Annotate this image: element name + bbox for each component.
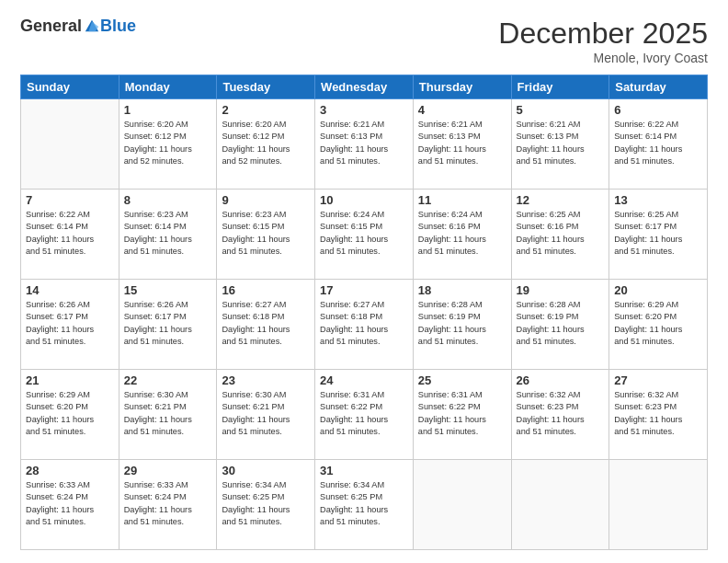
day-number: 31 xyxy=(320,464,408,477)
calendar-day-cell: 23Sunrise: 6:30 AMSunset: 6:21 PMDayligh… xyxy=(217,370,315,460)
calendar-week-row: 21Sunrise: 6:29 AMSunset: 6:20 PMDayligh… xyxy=(21,370,708,460)
day-info: Sunrise: 6:30 AMSunset: 6:21 PMDaylight:… xyxy=(222,389,310,438)
day-info: Sunrise: 6:27 AMSunset: 6:18 PMDaylight:… xyxy=(320,299,408,348)
weekday-header-cell: Wednesday xyxy=(315,75,414,99)
day-number: 3 xyxy=(320,103,408,117)
calendar-day-cell: 10Sunrise: 6:24 AMSunset: 6:15 PMDayligh… xyxy=(315,190,414,280)
header: General Blue December 2025 Menole, Ivory… xyxy=(20,17,708,65)
weekday-header-cell: Friday xyxy=(511,75,609,99)
day-number: 1 xyxy=(124,103,212,117)
day-info: Sunrise: 6:34 AMSunset: 6:25 PMDaylight:… xyxy=(222,479,310,528)
calendar-day-cell: 9Sunrise: 6:23 AMSunset: 6:15 PMDaylight… xyxy=(217,190,315,280)
calendar-day-cell xyxy=(21,99,119,190)
day-number: 29 xyxy=(124,464,212,477)
day-number: 28 xyxy=(26,464,114,477)
calendar-day-cell: 17Sunrise: 6:27 AMSunset: 6:18 PMDayligh… xyxy=(315,280,414,370)
calendar-table: SundayMondayTuesdayWednesdayThursdayFrid… xyxy=(20,75,708,550)
day-info: Sunrise: 6:29 AMSunset: 6:20 PMDaylight:… xyxy=(614,299,702,348)
calendar-week-row: 7Sunrise: 6:22 AMSunset: 6:14 PMDaylight… xyxy=(21,190,708,280)
calendar-day-cell: 2Sunrise: 6:20 AMSunset: 6:12 PMDaylight… xyxy=(217,99,315,190)
calendar-day-cell: 16Sunrise: 6:27 AMSunset: 6:18 PMDayligh… xyxy=(217,280,315,370)
day-number: 22 xyxy=(124,373,212,387)
day-info: Sunrise: 6:26 AMSunset: 6:17 PMDaylight:… xyxy=(124,299,212,348)
day-info: Sunrise: 6:32 AMSunset: 6:23 PMDaylight:… xyxy=(614,389,702,438)
day-number: 30 xyxy=(222,464,310,477)
weekday-header-cell: Monday xyxy=(119,75,217,99)
day-info: Sunrise: 6:30 AMSunset: 6:21 PMDaylight:… xyxy=(124,389,212,438)
day-info: Sunrise: 6:24 AMSunset: 6:16 PMDaylight:… xyxy=(418,209,506,258)
day-number: 21 xyxy=(26,373,114,387)
day-info: Sunrise: 6:33 AMSunset: 6:24 PMDaylight:… xyxy=(26,479,114,528)
calendar-day-cell xyxy=(609,460,708,550)
day-number: 20 xyxy=(614,283,702,297)
day-info: Sunrise: 6:24 AMSunset: 6:15 PMDaylight:… xyxy=(320,209,408,258)
day-number: 23 xyxy=(222,373,310,387)
day-info: Sunrise: 6:20 AMSunset: 6:12 PMDaylight:… xyxy=(222,119,310,167)
calendar-week-row: 28Sunrise: 6:33 AMSunset: 6:24 PMDayligh… xyxy=(21,460,708,550)
weekday-header-row: SundayMondayTuesdayWednesdayThursdayFrid… xyxy=(21,75,708,99)
weekday-header-cell: Tuesday xyxy=(217,75,315,99)
logo-blue-text: Blue xyxy=(100,17,136,36)
day-number: 12 xyxy=(517,193,605,207)
calendar-day-cell: 4Sunrise: 6:21 AMSunset: 6:13 PMDaylight… xyxy=(413,99,511,190)
day-number: 24 xyxy=(320,373,408,387)
month-title: December 2025 xyxy=(498,17,708,51)
day-number: 5 xyxy=(517,103,605,117)
day-number: 9 xyxy=(222,193,310,207)
day-info: Sunrise: 6:25 AMSunset: 6:17 PMDaylight:… xyxy=(614,209,702,258)
day-info: Sunrise: 6:28 AMSunset: 6:19 PMDaylight:… xyxy=(517,299,605,348)
calendar-day-cell: 29Sunrise: 6:33 AMSunset: 6:24 PMDayligh… xyxy=(119,460,217,550)
day-info: Sunrise: 6:21 AMSunset: 6:13 PMDaylight:… xyxy=(517,119,605,167)
day-info: Sunrise: 6:23 AMSunset: 6:15 PMDaylight:… xyxy=(222,209,310,258)
calendar-body: 1Sunrise: 6:20 AMSunset: 6:12 PMDaylight… xyxy=(21,99,708,550)
calendar-day-cell: 30Sunrise: 6:34 AMSunset: 6:25 PMDayligh… xyxy=(217,460,315,550)
day-info: Sunrise: 6:22 AMSunset: 6:14 PMDaylight:… xyxy=(26,209,114,258)
day-info: Sunrise: 6:22 AMSunset: 6:14 PMDaylight:… xyxy=(614,119,702,167)
day-number: 17 xyxy=(320,283,408,297)
day-info: Sunrise: 6:27 AMSunset: 6:18 PMDaylight:… xyxy=(222,299,310,348)
calendar-week-row: 1Sunrise: 6:20 AMSunset: 6:12 PMDaylight… xyxy=(21,99,708,190)
day-number: 10 xyxy=(320,193,408,207)
calendar-day-cell: 19Sunrise: 6:28 AMSunset: 6:19 PMDayligh… xyxy=(511,280,609,370)
day-info: Sunrise: 6:20 AMSunset: 6:12 PMDaylight:… xyxy=(124,119,212,167)
calendar-day-cell: 8Sunrise: 6:23 AMSunset: 6:14 PMDaylight… xyxy=(119,190,217,280)
day-number: 16 xyxy=(222,283,310,297)
calendar-day-cell xyxy=(413,460,511,550)
day-number: 26 xyxy=(517,373,605,387)
page: General Blue December 2025 Menole, Ivory… xyxy=(0,0,728,563)
calendar-day-cell: 21Sunrise: 6:29 AMSunset: 6:20 PMDayligh… xyxy=(21,370,119,460)
day-number: 19 xyxy=(517,283,605,297)
day-number: 2 xyxy=(222,103,310,117)
day-info: Sunrise: 6:31 AMSunset: 6:22 PMDaylight:… xyxy=(320,389,408,438)
day-number: 6 xyxy=(614,103,702,117)
calendar-day-cell: 6Sunrise: 6:22 AMSunset: 6:14 PMDaylight… xyxy=(609,99,708,190)
logo-general-text: General xyxy=(20,17,82,36)
weekday-header-cell: Thursday xyxy=(413,75,511,99)
calendar-day-cell: 15Sunrise: 6:26 AMSunset: 6:17 PMDayligh… xyxy=(119,280,217,370)
calendar-day-cell: 27Sunrise: 6:32 AMSunset: 6:23 PMDayligh… xyxy=(609,370,708,460)
day-number: 13 xyxy=(614,193,702,207)
day-info: Sunrise: 6:31 AMSunset: 6:22 PMDaylight:… xyxy=(418,389,506,438)
logo-icon xyxy=(84,17,100,34)
day-info: Sunrise: 6:33 AMSunset: 6:24 PMDaylight:… xyxy=(124,479,212,528)
day-number: 4 xyxy=(418,103,506,117)
calendar-day-cell: 24Sunrise: 6:31 AMSunset: 6:22 PMDayligh… xyxy=(315,370,414,460)
title-block: December 2025 Menole, Ivory Coast xyxy=(498,17,708,65)
calendar-day-cell: 11Sunrise: 6:24 AMSunset: 6:16 PMDayligh… xyxy=(413,190,511,280)
calendar-day-cell: 3Sunrise: 6:21 AMSunset: 6:13 PMDaylight… xyxy=(315,99,414,190)
day-info: Sunrise: 6:21 AMSunset: 6:13 PMDaylight:… xyxy=(418,119,506,167)
day-number: 8 xyxy=(124,193,212,207)
day-number: 7 xyxy=(26,193,114,207)
weekday-header-cell: Saturday xyxy=(609,75,708,99)
day-info: Sunrise: 6:25 AMSunset: 6:16 PMDaylight:… xyxy=(517,209,605,258)
calendar-week-row: 14Sunrise: 6:26 AMSunset: 6:17 PMDayligh… xyxy=(21,280,708,370)
calendar-day-cell: 14Sunrise: 6:26 AMSunset: 6:17 PMDayligh… xyxy=(21,280,119,370)
calendar-day-cell: 20Sunrise: 6:29 AMSunset: 6:20 PMDayligh… xyxy=(609,280,708,370)
day-number: 25 xyxy=(418,373,506,387)
calendar-day-cell: 5Sunrise: 6:21 AMSunset: 6:13 PMDaylight… xyxy=(511,99,609,190)
day-number: 18 xyxy=(418,283,506,297)
location-subtitle: Menole, Ivory Coast xyxy=(498,51,708,65)
calendar-day-cell: 28Sunrise: 6:33 AMSunset: 6:24 PMDayligh… xyxy=(21,460,119,550)
calendar-day-cell: 1Sunrise: 6:20 AMSunset: 6:12 PMDaylight… xyxy=(119,99,217,190)
day-number: 14 xyxy=(26,283,114,297)
